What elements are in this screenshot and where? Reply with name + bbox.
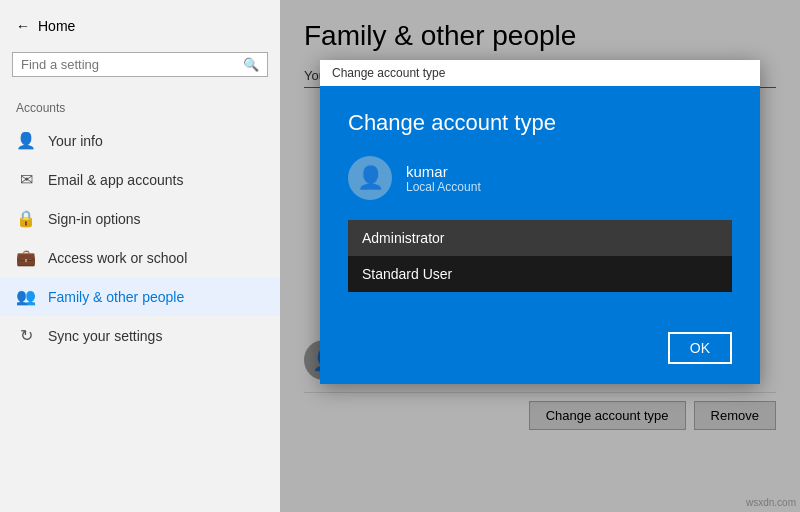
modal-titlebar-text: Change account type (332, 66, 445, 80)
modal-body: Change account type 👤 kumar Local Accoun… (320, 86, 760, 332)
sidebar-section-label: Accounts (0, 85, 280, 121)
modal-user-info: kumar Local Account (406, 163, 481, 194)
sidebar-item-label-family: Family & other people (48, 289, 184, 305)
sidebar-item-label-email: Email & app accounts (48, 172, 183, 188)
dropdown-item-administrator[interactable]: Administrator (348, 220, 732, 256)
change-account-type-modal: Change account type Change account type … (320, 60, 760, 384)
main-content: Family & other people Your family 👤 kuma… (280, 0, 800, 512)
search-box[interactable]: 🔍 (12, 52, 268, 77)
your-info-icon: 👤 (16, 131, 36, 150)
sync-icon: ↻ (16, 326, 36, 345)
modal-ok-button[interactable]: OK (668, 332, 732, 364)
dropdown-item-standard-user[interactable]: Standard User (348, 256, 732, 292)
sidebar-item-label-sync: Sync your settings (48, 328, 162, 344)
work-icon: 💼 (16, 248, 36, 267)
signin-icon: 🔒 (16, 209, 36, 228)
sidebar-home-button[interactable]: ← Home (0, 8, 280, 44)
modal-avatar: 👤 (348, 156, 392, 200)
email-icon: ✉ (16, 170, 36, 189)
home-label: Home (38, 18, 75, 34)
modal-user-account-type: Local Account (406, 180, 481, 194)
modal-titlebar: Change account type (320, 60, 760, 86)
sidebar-item-work[interactable]: 💼 Access work or school (0, 238, 280, 277)
sidebar-item-your-info[interactable]: 👤 Your info (0, 121, 280, 160)
modal-heading: Change account type (348, 110, 732, 136)
administrator-label: Administrator (362, 230, 444, 246)
sidebar-item-label-work: Access work or school (48, 250, 187, 266)
modal-user-row: 👤 kumar Local Account (348, 156, 732, 200)
sidebar-item-family[interactable]: 👥 Family & other people (0, 277, 280, 316)
search-icon: 🔍 (243, 57, 259, 72)
home-icon: ← (16, 18, 30, 34)
sidebar-item-sync[interactable]: ↻ Sync your settings (0, 316, 280, 355)
modal-footer: OK (320, 332, 760, 384)
modal-user-name: kumar (406, 163, 481, 180)
modal-overlay: Change account type Change account type … (280, 0, 800, 512)
family-icon: 👥 (16, 287, 36, 306)
sidebar-item-signin[interactable]: 🔒 Sign-in options (0, 199, 280, 238)
account-type-dropdown[interactable]: Administrator Standard User (348, 220, 732, 292)
sidebar-item-label-your-info: Your info (48, 133, 103, 149)
sidebar-item-email[interactable]: ✉ Email & app accounts (0, 160, 280, 199)
sidebar-item-label-signin: Sign-in options (48, 211, 141, 227)
sidebar: ← Home 🔍 Accounts 👤 Your info ✉ Email & … (0, 0, 280, 512)
standard-user-label: Standard User (362, 266, 452, 282)
search-input[interactable] (21, 57, 243, 72)
